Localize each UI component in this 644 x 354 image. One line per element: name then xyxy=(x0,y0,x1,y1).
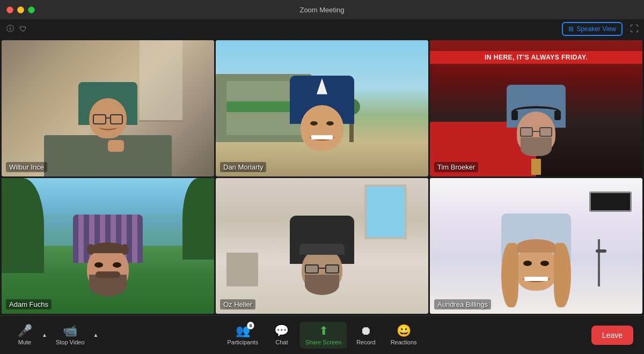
video-cell-adam: Adam Fuchs xyxy=(2,178,214,314)
reactions-label: Reactions xyxy=(391,339,417,345)
fullscreen-button[interactable]: ⛶ xyxy=(630,24,639,34)
record-label: Record xyxy=(356,339,375,345)
titlebar: Zoom Meeting xyxy=(0,0,644,19)
chat-icon: 💬 xyxy=(274,325,289,337)
participant-name-tim: Tim Broeker xyxy=(434,162,478,172)
chat-label: Chat xyxy=(275,339,288,345)
friday-banner: IN HERE, IT'S ALWAYS FRIDAY. xyxy=(430,51,642,64)
traffic-lights xyxy=(6,6,35,13)
video-chevron[interactable]: ▲ xyxy=(92,331,100,339)
video-cell-tim: IN HERE, IT'S ALWAYS FRIDAY. Tim Broeker xyxy=(430,40,642,176)
participants-button[interactable]: 👥 6 Participants xyxy=(222,322,263,349)
shield-icon[interactable]: 🛡 xyxy=(19,25,27,33)
video-camera-icon: 📹 xyxy=(63,325,77,337)
share-screen-icon: ⬆ xyxy=(319,325,328,337)
record-button[interactable]: ⏺ Record xyxy=(351,322,380,349)
toolbar-center: 👥 6 Participants 💬 Chat ⬆ Share Screen ⏺… xyxy=(222,322,422,349)
topbar: ⓘ 🛡 ⊞ Speaker View ⛶ xyxy=(0,19,644,39)
video-cell-aundrea: Aundrea Billings xyxy=(430,178,642,314)
participant-name-oz: Oz Heller xyxy=(220,299,255,309)
info-icon[interactable]: ⓘ xyxy=(6,24,14,34)
stop-video-label: Stop Video xyxy=(56,339,85,345)
toolbar-right: Leave xyxy=(591,326,633,345)
video-cell-oz: Oz Heller xyxy=(216,178,428,314)
participant-name-aundrea: Aundrea Billings xyxy=(434,299,491,309)
share-screen-label: Share Screen xyxy=(305,339,341,345)
reactions-button[interactable]: 😀 Reactions xyxy=(385,322,422,349)
video-cell-dan: Dan Moriarty xyxy=(216,40,428,176)
speaker-view-button[interactable]: ⊞ Speaker View xyxy=(562,22,623,36)
share-screen-button[interactable]: ⬆ Share Screen xyxy=(300,322,347,349)
topbar-icons: ⓘ 🛡 xyxy=(6,24,27,34)
leave-button[interactable]: Leave xyxy=(591,326,633,345)
participant-name-dan: Dan Moriarty xyxy=(220,162,266,172)
mute-label: Mute xyxy=(18,339,31,345)
participants-label: Participants xyxy=(227,339,258,345)
mute-chevron[interactable]: ▲ xyxy=(41,331,48,339)
grid-icon: ⊞ xyxy=(568,25,574,33)
microphone-icon: 🎤 xyxy=(18,325,32,337)
close-button[interactable] xyxy=(6,6,13,13)
reactions-icon: 😀 xyxy=(397,325,411,337)
minimize-button[interactable] xyxy=(17,6,24,13)
video-grid: Wilbur Ince xyxy=(0,39,644,315)
toolbar: 🎤 Mute ▲ 📹 Stop Video ▲ 👥 6 Participants… xyxy=(0,315,644,354)
toolbar-left: 🎤 Mute ▲ 📹 Stop Video ▲ xyxy=(11,322,99,349)
participant-name-adam: Adam Fuchs xyxy=(6,299,52,309)
window-title: Zoom Meeting xyxy=(299,6,344,14)
chat-button[interactable]: 💬 Chat xyxy=(268,322,296,349)
record-icon: ⏺ xyxy=(360,325,372,337)
mute-button[interactable]: 🎤 Mute xyxy=(11,322,39,349)
participants-icon: 👥 6 xyxy=(236,325,250,337)
maximize-button[interactable] xyxy=(28,6,35,13)
participant-name-wilbur: Wilbur Ince xyxy=(6,162,47,172)
video-cell-wilbur: Wilbur Ince xyxy=(2,40,214,176)
stop-video-button[interactable]: 📹 Stop Video xyxy=(50,322,90,349)
participants-count: 6 xyxy=(247,322,254,329)
